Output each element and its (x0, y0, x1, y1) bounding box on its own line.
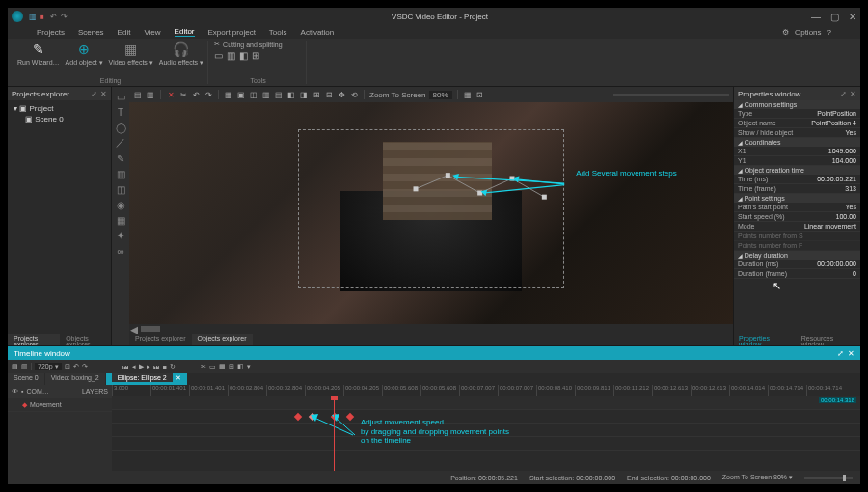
chart-icon[interactable]: ▥ (115, 168, 126, 179)
align-icon[interactable]: ▣ (236, 90, 246, 99)
close-panel-icon[interactable]: ✕ (100, 90, 107, 98)
tool-icon[interactable]: ▾ (247, 363, 251, 370)
project-tree[interactable]: ▾ ▣ Project ▣ Scene 0 (8, 100, 111, 334)
prop-start-speed[interactable]: 100.00 (836, 213, 856, 220)
maximize-button[interactable]: ▢ (830, 12, 839, 22)
align-icon[interactable]: ⊞ (312, 90, 321, 99)
tool-icon[interactable]: ⊡ (65, 363, 70, 370)
cut-icon[interactable]: ✂ (178, 90, 188, 99)
align-icon[interactable]: ◧ (286, 90, 296, 99)
pointer-icon[interactable]: ▭ (115, 91, 126, 102)
pin-icon[interactable]: ⤢ (840, 90, 847, 98)
timeline-tab-ellipse[interactable]: Ellipse: Ellipse 2 ✕ (106, 373, 187, 385)
add-object-button[interactable]: ⊕Add object ▾ (66, 41, 103, 66)
movement-path[interactable] (401, 169, 575, 217)
menu-projects[interactable]: Projects (37, 28, 65, 37)
layer-icon[interactable]: ▤ (133, 90, 143, 99)
tool-icon[interactable]: ▥ (227, 50, 235, 61)
prop-time-frame[interactable]: 313 (845, 185, 856, 192)
text-icon[interactable]: T (115, 106, 126, 118)
menu-scenes[interactable]: Scenes (78, 28, 104, 37)
tool-icon[interactable]: ▤ (12, 363, 18, 370)
tool-icon[interactable]: ▦ (219, 363, 226, 370)
next-frame-icon[interactable]: ▸ (147, 363, 150, 370)
timeline-tracks[interactable]: 00:00:14.318 (112, 396, 860, 471)
tool-icon[interactable]: ▭ (214, 50, 223, 61)
lock-icon[interactable]: ▪ (21, 388, 23, 395)
close-button[interactable]: ✕ (849, 12, 856, 22)
color-icon[interactable]: ◉ (115, 199, 126, 210)
section-delay[interactable]: Delay duration (734, 251, 860, 260)
grid-icon[interactable]: ▦ (463, 90, 473, 99)
section-coordinates[interactable]: Coordinates (734, 138, 860, 147)
tool-icon[interactable]: ◧ (239, 50, 248, 61)
prop-start-point[interactable]: Yes (846, 204, 856, 210)
menu-activation[interactable]: Activation (301, 28, 335, 37)
prop-mode[interactable]: Linear movement (804, 223, 856, 230)
align-icon[interactable]: ▤ (274, 90, 284, 99)
tool-icon[interactable]: ↶ (73, 363, 79, 370)
mask-icon[interactable]: ▦ (115, 214, 126, 226)
section-common[interactable]: Common settings (734, 100, 860, 109)
tab-resources[interactable]: Resources window (797, 334, 860, 345)
align-icon[interactable]: ⊟ (324, 90, 334, 99)
menu-edit[interactable]: Edit (118, 28, 131, 37)
prop-show[interactable]: Yes (846, 129, 856, 136)
slider[interactable] (613, 94, 729, 96)
timeline-ruler[interactable]: 3.00000:00:01.40100:00:01.40100:00:02.80… (112, 385, 860, 396)
tool-icon[interactable]: ↷ (82, 363, 88, 370)
prop-dur-ms[interactable]: 00:00:00.000 (817, 260, 856, 267)
prop-name[interactable]: PointPosition 4 (811, 120, 856, 126)
horizontal-scrollbar[interactable]: ◂ (129, 324, 733, 334)
tool-icon[interactable]: ▭ (209, 363, 216, 370)
shape-icon[interactable]: ◯ (115, 122, 126, 133)
qat-undo-icon[interactable]: ↶ (50, 13, 58, 20)
tool-icon[interactable]: ✂ (201, 363, 206, 370)
layer-row[interactable]: ◆ Movement (8, 398, 112, 412)
run-wizard-button[interactable]: ✎Run Wizard… (17, 41, 60, 66)
redo-icon[interactable]: ↷ (203, 90, 213, 99)
timeline-tab-video[interactable]: Video: boxing_2 (45, 373, 105, 385)
close-panel-icon[interactable]: ✕ (848, 349, 854, 358)
layer-icon[interactable]: ▥ (146, 90, 155, 99)
sprite-icon[interactable]: ✦ (115, 230, 126, 241)
menu-tools[interactable]: Tools (269, 28, 287, 37)
section-point[interactable]: Point settings (734, 194, 860, 203)
tool-icon[interactable]: ⊞ (229, 363, 234, 370)
resolution-dropdown[interactable]: 720p ▾ (35, 363, 62, 370)
align-icon[interactable]: ◫ (249, 90, 258, 99)
crop-icon[interactable]: ◫ (115, 183, 126, 195)
tab-projects-explorer-b[interactable]: Projects explorer (129, 334, 192, 345)
goto-end-icon[interactable]: ⏭ (153, 364, 160, 370)
video-effects-button[interactable]: ▦Video effects ▾ (109, 41, 153, 66)
keyframe-icon[interactable]: ◆ (22, 401, 27, 409)
qat-new-icon[interactable]: ▥ (29, 13, 37, 20)
zoom-value[interactable]: 80% (429, 91, 452, 99)
pin-icon[interactable]: ⤢ (837, 349, 844, 358)
move-icon[interactable]: ✥ (337, 90, 346, 99)
gear-icon[interactable]: ⚙ (782, 28, 789, 37)
snap-icon[interactable]: ⊡ (475, 90, 485, 99)
tree-scene[interactable]: ▣ Scene 0 (14, 114, 105, 124)
section-creation-time[interactable]: Object creation time (734, 166, 860, 175)
prop-dur-frame[interactable]: 0 (853, 270, 856, 277)
prop-y1[interactable]: 104.000 (832, 157, 856, 164)
menu-view[interactable]: View (144, 28, 160, 37)
preview-canvas[interactable]: Add Several movement steps (129, 102, 733, 324)
undo-icon[interactable]: ↶ (191, 90, 201, 99)
close-panel-icon[interactable]: ✕ (850, 90, 856, 98)
menu-export[interactable]: Export project (208, 28, 256, 37)
align-icon[interactable]: ▥ (261, 90, 271, 99)
rotate-icon[interactable]: ⟲ (349, 90, 359, 99)
tool-icon[interactable]: ⊞ (252, 50, 259, 61)
tree-project[interactable]: ▾ ▣ Project (14, 103, 105, 114)
line-icon[interactable]: ／ (115, 137, 126, 149)
eye-icon[interactable]: 👁 (12, 388, 18, 395)
qat-redo-icon[interactable]: ↷ (61, 13, 68, 20)
loop-icon[interactable]: ↻ (170, 363, 176, 370)
audio-effects-button[interactable]: 🎧Audio effects ▾ (159, 41, 203, 66)
align-icon[interactable]: ▦ (224, 90, 233, 99)
delete-icon[interactable]: ✕ (166, 90, 176, 99)
minimize-button[interactable]: — (811, 12, 821, 22)
tool-icon[interactable]: ▥ (21, 363, 28, 370)
